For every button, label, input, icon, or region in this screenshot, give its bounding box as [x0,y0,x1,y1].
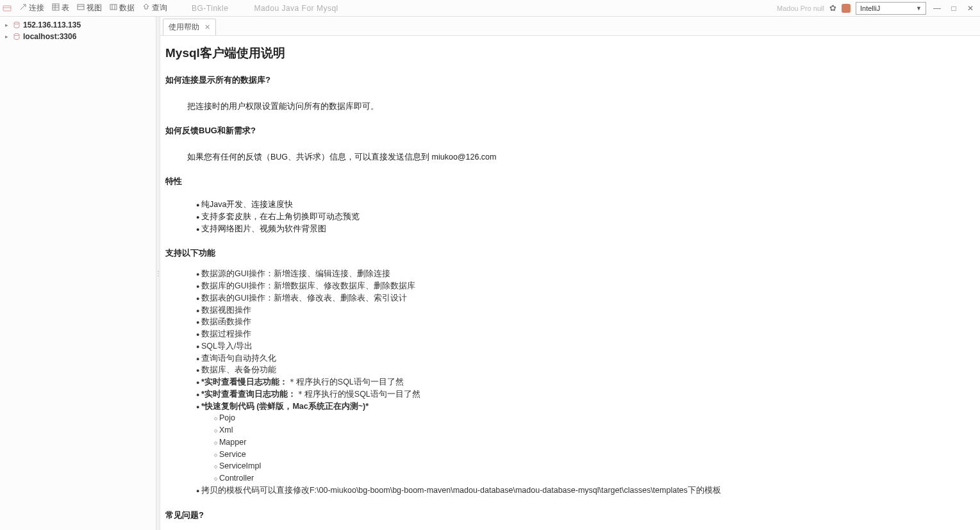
answer-1: 把连接时的用户权限设置能访问所有的数据库即可。 [187,101,975,112]
data-icon [110,3,117,13]
heading-functions: 支持以下功能 [165,247,975,259]
heading-features: 特性 [165,176,975,187]
heading-q2: 如何反馈BUG和新需求? [165,125,975,137]
svg-rect-2 [53,4,59,10]
menu-label: 连接 [29,3,44,13]
page-title: Mysql客户端使用说明 [165,45,975,62]
function-list: 数据源的GUI操作：新增连接、编辑连接、删除连接 数据库的GUI操作：新增数据库… [196,268,975,496]
brand-madou: Madou Java For Mysql [249,4,343,13]
bold-text: *实时查看慢日志功能： [201,377,288,386]
svg-rect-6 [78,4,84,10]
chevron-down-icon: ▼ [916,5,922,12]
heading-faq: 常见问题? [165,509,975,521]
menu-connection[interactable]: 连接 [15,1,48,16]
database-icon [13,21,21,29]
list-item: 数据表的GUI操作：新增表、修改表、删除表、索引设计 [196,292,975,304]
svg-rect-8 [110,4,117,10]
list-item: 数据过程操作 [196,328,975,340]
list-item: *快速复制代码 (尝鲜版，Mac系统正在内测~)* Pojo Xml Mappe… [196,401,975,484]
close-button[interactable]: ✕ [965,3,976,14]
content-area[interactable]: Mysql客户端使用说明 如何连接显示所有的数据库? 把连接时的用户权限设置能访… [160,36,980,530]
database-icon [13,33,21,40]
close-icon[interactable]: ✕ [204,23,210,31]
text: ＊程序执行的慢SQL语句一目了然 [296,390,420,399]
sub-list: Pojo Xml Mapper Service ServiceImpl Cont… [214,412,975,484]
svg-point-11 [14,22,19,24]
connection-icon [19,3,27,13]
workspace: ▸ 152.136.113.135 ▸ localhost:3306 ⋮ 使用帮… [0,17,980,530]
view-icon [77,3,85,13]
list-item: *实时查看查询日志功能：＊程序执行的慢SQL语句一目了然 [196,388,975,401]
connection-label: localhost:3306 [23,32,76,41]
menu-label: 视图 [87,3,102,13]
trial-label: Madou Pro null [777,4,824,12]
heading-q1: 如何连接显示所有的数据库? [165,74,975,86]
theme-select[interactable]: IntelliJ ▼ [856,2,926,15]
list-item: 数据库、表备份功能 [196,364,975,376]
svg-point-12 [14,33,19,35]
answer-2: 如果您有任何的反馈（BUG、共诉求）信息，可以直接发送信息到 miukoo@12… [187,152,975,163]
menu-table[interactable]: 表 [48,1,73,16]
main-panel: 使用帮助 ✕ Mysql客户端使用说明 如何连接显示所有的数据库? 把连接时的用… [160,17,980,530]
list-item: 数据视图操作 [196,304,975,317]
list-item: Mapper [214,436,975,449]
list-item: 支持网络图片、视频为软件背景图 [196,223,975,235]
table-icon [52,3,60,13]
menu-query[interactable]: 查询 [138,1,171,16]
list-item: Controller [214,472,975,484]
sidebar-item-connection-1[interactable]: ▸ localhost:3306 [0,31,156,42]
list-item: *实时查看慢日志功能：＊程序执行的SQL语句一目了然 [196,376,975,388]
sidebar-item-connection-0[interactable]: ▸ 152.136.113.135 [0,19,156,31]
app-icon [3,4,12,13]
list-item: SQL导入/导出 [196,340,975,352]
chevron-right-icon: ▸ [5,22,10,28]
tabstrip: 使用帮助 ✕ [160,17,980,36]
text: ＊程序执行的SQL语句一目了然 [288,377,404,386]
brand-bg-tinkle: BG-Tinkle [187,4,233,13]
minimize-button[interactable]: — [931,3,943,14]
connection-label: 152.136.113.135 [23,21,81,29]
list-item: 数据库的GUI操作：新增数据库、修改数据库、删除数据库 [196,280,975,292]
list-item: Service [214,449,975,461]
list-item: Xml [214,424,975,436]
chevron-right-icon: ▸ [5,33,10,40]
list-item: 纯Java开发、连接速度快 [196,199,975,211]
menu-label: 表 [62,3,69,13]
svg-rect-0 [3,6,11,11]
list-item: ServiceImpl [214,460,975,472]
tab-help[interactable]: 使用帮助 ✕ [163,19,216,35]
settings-icon[interactable]: ✿ [829,3,836,13]
list-item: 数据函数操作 [196,316,975,328]
menu-label: 查询 [152,3,167,13]
menu-view[interactable]: 视图 [73,1,106,16]
list-item: 拷贝的模板代码可以直接修改F:\00-miukoo\bg-boom\bg-boo… [196,484,975,497]
list-item: Pojo [214,412,975,424]
maximize-button[interactable]: □ [948,3,959,14]
query-icon [142,3,150,13]
feature-list: 纯Java开发、连接速度快 支持多套皮肤，在右上角切换即可动态预览 支持网络图片… [196,199,975,235]
list-item: 数据源的GUI操作：新增连接、编辑连接、删除连接 [196,268,975,280]
theme-value: IntelliJ [860,4,880,12]
bold-text: *快速复制代码 (尝鲜版，Mac系统正在内测~)* [201,402,369,411]
help-document: Mysql客户端使用说明 如何连接显示所有的数据库? 把连接时的用户权限设置能访… [165,45,975,530]
badge-icon[interactable] [842,4,851,13]
bold-text: *实时查看查询日志功能： [201,390,296,399]
menu-data[interactable]: 数据 [106,1,138,16]
list-item: 查询语句自动持久化 [196,352,975,365]
sidebar: ▸ 152.136.113.135 ▸ localhost:3306 [0,17,156,530]
tab-label: 使用帮助 [169,22,199,33]
list-item: 支持多套皮肤，在右上角切换即可动态预览 [196,211,975,223]
menu-label: 数据 [119,3,135,13]
menubar: 连接 表 视图 数据 查询 BG-Tinkle Madou Java For M… [0,0,980,17]
